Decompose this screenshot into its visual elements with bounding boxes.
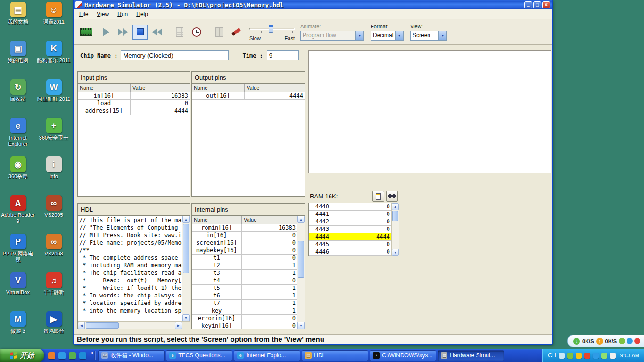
ram-row[interactable]: 4443 0 [309, 226, 391, 233]
hdl-vertical-scrollbar[interactable] [182, 216, 190, 321]
pin-value[interactable]: 0 [242, 232, 297, 239]
taskbar-task-button[interactable]: e TECS Questions... [166, 350, 232, 361]
table-row[interactable]: romin[16] 16383 [192, 224, 297, 232]
menu-item[interactable]: File [75, 10, 92, 18]
table-row[interactable]: screenin[16] 0 [192, 239, 297, 247]
scroll-thumb[interactable] [298, 241, 304, 278]
table-row[interactable]: t4 0 [192, 277, 297, 285]
quick-launch-icon[interactable] [79, 352, 86, 359]
scroll-right-button[interactable] [175, 322, 182, 329]
load-chip-button[interactable] [79, 25, 94, 40]
pin-value[interactable]: 0 [242, 322, 297, 329]
ram-value[interactable]: 0 [333, 248, 391, 255]
pin-value[interactable]: 0 [242, 277, 297, 284]
minimize-button[interactable] [524, 1, 532, 8]
desktop-icon[interactable]: ♫ 千千静听 [37, 272, 71, 310]
ram-value[interactable]: 0 [333, 241, 391, 248]
desktop-icon[interactable]: i info [37, 156, 71, 194]
tray-icon[interactable] [584, 353, 590, 359]
name-column-header[interactable]: Name [192, 216, 242, 224]
taskbar-task-button[interactable]: ✉ 收件箱 - Windo... [98, 350, 165, 361]
ram-value[interactable]: 4444 [333, 233, 391, 240]
network-speed-widget[interactable]: 0K/S 0K/S [567, 335, 644, 347]
run-button[interactable] [116, 25, 131, 40]
table-row[interactable]: key 1 [192, 307, 297, 315]
quick-launch-icon[interactable] [48, 352, 55, 359]
table-row[interactable]: load 0 [78, 100, 190, 107]
table-row[interactable]: t6 1 [192, 292, 297, 300]
tray-app-icon[interactable] [627, 338, 633, 344]
table-row[interactable]: t1 0 [192, 255, 297, 262]
ram-row[interactable]: 4446 0 [309, 248, 391, 256]
value-column-header[interactable]: Value [245, 84, 305, 92]
scroll-thumb[interactable] [86, 322, 119, 329]
pin-value[interactable]: 0 [242, 239, 297, 247]
desktop-icon[interactable]: ◉ 360杀毒 [1, 156, 35, 194]
value-column-header[interactable]: Value [242, 216, 297, 224]
ram-value[interactable]: 0 [333, 226, 391, 233]
time-input[interactable]: 9 [267, 50, 299, 60]
desktop-icon[interactable]: ☺ 词霸2011 [37, 1, 71, 40]
desktop-icon[interactable]: ▣ 我的电脑 [1, 40, 35, 78]
pin-value[interactable]: 0 [131, 100, 190, 107]
format-select[interactable]: Decimal [371, 31, 404, 41]
table-row[interactable]: address[15] 4444 [78, 107, 190, 115]
desktop-icon[interactable]: e Internet Explorer [1, 117, 35, 156]
desktop-icon[interactable]: ▤ 我的文档 [1, 1, 35, 40]
speed-slider[interactable]: Slow Fast [249, 24, 295, 41]
pin-value[interactable]: 1 [242, 262, 297, 269]
ram-value[interactable]: 0 [333, 218, 391, 225]
scroll-left-button[interactable] [78, 322, 85, 329]
tray-icon[interactable] [593, 353, 599, 359]
tray-icon[interactable] [576, 353, 582, 359]
scroll-thumb[interactable] [183, 224, 189, 273]
language-indicator[interactable]: CH [548, 352, 556, 359]
tray-icon[interactable] [601, 353, 607, 359]
reset-button[interactable] [149, 25, 165, 40]
name-column-header[interactable]: Name [192, 84, 245, 92]
pin-value[interactable]: 1 [242, 285, 297, 292]
chip-name-input[interactable]: Memory (Clocked) [121, 50, 229, 60]
scroll-thumb[interactable] [392, 211, 398, 221]
ram-row[interactable]: 4440 0 [309, 203, 391, 211]
ram-row[interactable]: 4442 0 [309, 218, 391, 226]
pin-value[interactable]: 0 [242, 255, 297, 262]
desktop-icon[interactable]: ∞ VS2005 [37, 194, 71, 233]
scroll-down-button[interactable] [182, 314, 190, 321]
menu-item[interactable]: View [92, 10, 113, 18]
hdl-horizontal-scrollbar[interactable] [78, 321, 190, 329]
ram-load-button[interactable] [372, 191, 384, 202]
desktop-icon[interactable]: + 360安全卫士 [37, 117, 71, 156]
tray-app-icon[interactable] [619, 338, 625, 344]
quick-launch-icon[interactable] [69, 352, 76, 359]
table-row[interactable]: t2 1 [192, 262, 297, 270]
clear-button[interactable] [229, 25, 244, 40]
pin-value[interactable]: 1 [242, 292, 297, 299]
desktop-icon[interactable]: V VirtualBox [1, 272, 35, 310]
tray-icon[interactable] [567, 353, 573, 359]
ram-row[interactable]: 4441 0 [309, 211, 391, 218]
table-row[interactable]: io[16] 0 [192, 232, 297, 239]
close-button[interactable] [542, 1, 550, 8]
quick-launch-icon[interactable] [58, 352, 66, 359]
tray-icon[interactable] [610, 353, 616, 359]
hdl-code[interactable]: // This file is part of the mate// "The … [78, 216, 182, 321]
ram-row[interactable]: 4445 0 [309, 241, 391, 248]
tray-icon[interactable] [559, 353, 565, 359]
scroll-up-button[interactable] [297, 216, 305, 223]
scroll-down-button[interactable] [392, 249, 399, 256]
table-row[interactable]: errorin[16] 0 [192, 315, 297, 322]
ram-find-button[interactable] [386, 191, 398, 202]
tray-app-icon[interactable] [634, 338, 640, 344]
pin-value[interactable]: 16383 [131, 92, 190, 99]
table-row[interactable]: in[16] 16383 [78, 92, 190, 100]
taskbar-task-button[interactable]: e Internet Explo... [234, 350, 300, 361]
menu-item[interactable]: Help [132, 10, 152, 18]
ram-row[interactable]: 4444 4444 [309, 233, 391, 241]
table-row[interactable]: maybekey[16] 0 [192, 247, 297, 255]
pin-value[interactable]: 1 [242, 300, 297, 307]
table-row[interactable]: t3 1 [192, 270, 297, 277]
desktop-icon[interactable]: ▶ 暴风影音 [37, 310, 71, 349]
pin-value[interactable]: 1 [242, 307, 297, 314]
taskbar-task-button[interactable]: ▦ Hardware Simul... [438, 350, 504, 361]
